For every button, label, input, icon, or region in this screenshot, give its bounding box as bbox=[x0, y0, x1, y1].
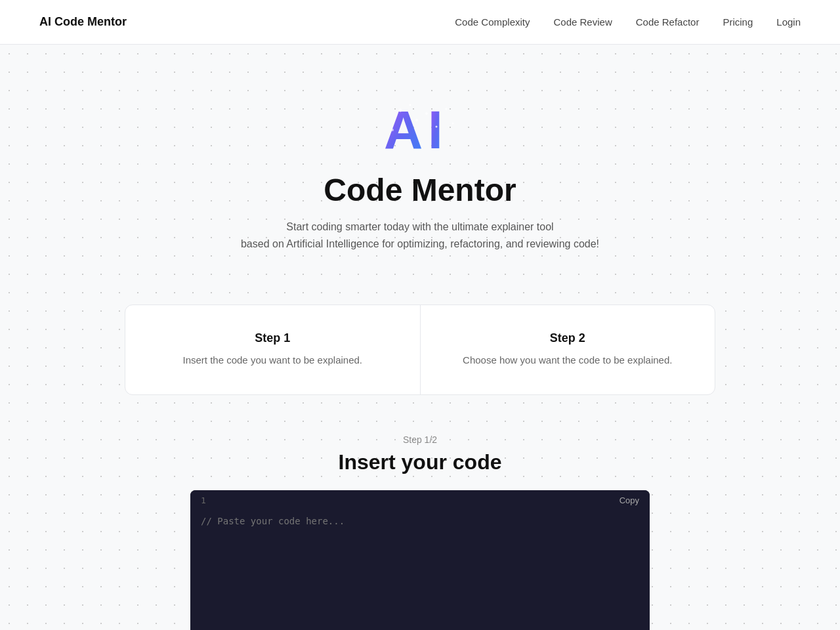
svg-text:A: A bbox=[384, 100, 423, 156]
code-section: Step 1/2 Insert your code 1 Copy bbox=[190, 434, 650, 630]
nav-login[interactable]: Login bbox=[776, 16, 801, 28]
svg-point-3 bbox=[415, 119, 418, 121]
svg-point-8 bbox=[445, 108, 448, 110]
code-editor-header: 1 Copy bbox=[190, 490, 650, 511]
svg-point-2 bbox=[399, 109, 402, 112]
navbar: AI Code Mentor Code Complexity Code Revi… bbox=[0, 0, 840, 45]
hero-section: A I Code Mentor Start coding smarter tod… bbox=[13, 84, 827, 285]
code-body[interactable] bbox=[190, 511, 650, 630]
nav-pricing[interactable]: Pricing bbox=[723, 16, 753, 28]
svg-point-7 bbox=[436, 126, 438, 128]
hero-title: Code Mentor bbox=[13, 172, 827, 208]
line-number: 1 bbox=[201, 495, 206, 505]
ai-logo: A I bbox=[381, 97, 459, 156]
step-2-title: Step 2 bbox=[453, 331, 682, 345]
step-2-description: Choose how you want the code to be expla… bbox=[453, 353, 682, 368]
main-content: A I Code Mentor Start coding smarter tod… bbox=[0, 45, 840, 630]
step-2: Step 2 Choose how you want the code to b… bbox=[421, 305, 715, 394]
svg-point-6 bbox=[425, 112, 428, 115]
svg-point-9 bbox=[452, 123, 454, 125]
svg-point-4 bbox=[391, 129, 394, 131]
hero-subtitle-line1: Start coding smarter today with the ulti… bbox=[13, 219, 827, 252]
step-1-title: Step 1 bbox=[158, 331, 387, 345]
svg-point-5 bbox=[410, 104, 411, 106]
step-indicator: Step 1/2 bbox=[190, 434, 650, 445]
nav-code-review[interactable]: Code Review bbox=[554, 16, 612, 28]
step-1-description: Insert the code you want to be explained… bbox=[158, 353, 387, 368]
svg-text:I: I bbox=[428, 100, 443, 156]
nav-code-complexity[interactable]: Code Complexity bbox=[455, 16, 530, 28]
copy-button[interactable]: Copy bbox=[620, 495, 639, 505]
nav-code-refactor[interactable]: Code Refactor bbox=[636, 16, 700, 28]
code-textarea[interactable] bbox=[201, 516, 639, 621]
code-section-title: Insert your code bbox=[190, 450, 650, 474]
navbar-brand[interactable]: AI Code Mentor bbox=[39, 15, 127, 29]
code-editor: 1 Copy bbox=[190, 490, 650, 630]
navbar-links: Code Complexity Code Review Code Refacto… bbox=[455, 16, 801, 28]
steps-container: Step 1 Insert the code you want to be ex… bbox=[125, 304, 715, 395]
step-1: Step 1 Insert the code you want to be ex… bbox=[125, 305, 421, 394]
